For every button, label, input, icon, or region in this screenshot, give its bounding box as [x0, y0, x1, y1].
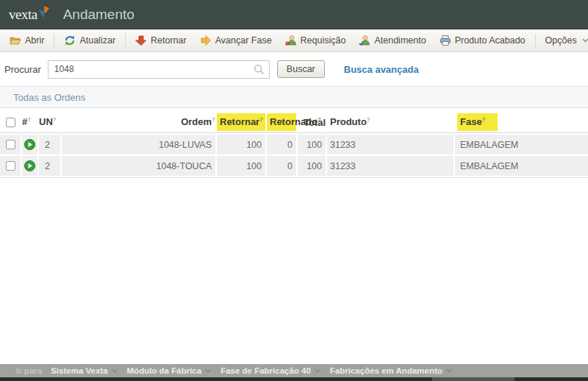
- play-icon[interactable]: [24, 160, 35, 171]
- horizontal-scrollbar[interactable]: [0, 377, 588, 381]
- cell-total: 100: [298, 156, 326, 176]
- avancar-fase-button[interactable]: Avançar Fase: [193, 32, 279, 49]
- app-header: vexta Andamento: [0, 0, 588, 29]
- col-header-un[interactable]: UN?: [39, 116, 60, 127]
- chevron-down-icon[interactable]: [446, 366, 452, 372]
- page-title: Andamento: [63, 7, 135, 23]
- cell-retornar: 100: [217, 156, 265, 176]
- vexta-logo-text: vexta: [9, 7, 37, 24]
- sort-marker: ?: [27, 116, 31, 123]
- requisicao-label: Requisição: [301, 35, 346, 46]
- row-checkbox[interactable]: [6, 140, 15, 149]
- toolbar-divider: [535, 34, 536, 47]
- cell-ordem: 1048-TOUCA: [62, 156, 215, 176]
- table-header-row: #? UN? Ordem? Retornar? Retornado? Total…: [0, 112, 588, 133]
- chevron-down-icon[interactable]: [111, 366, 117, 372]
- produto-acabado-label: Produto Acabado: [455, 35, 526, 46]
- table-row[interactable]: 2 1048-LUVAS 100 0 100 31233 EMBALAGEM: [0, 135, 588, 154]
- advanced-search-link[interactable]: Busca avançada: [344, 64, 419, 75]
- retornar-button[interactable]: Retornar: [129, 32, 193, 49]
- sort-marker: ?: [53, 116, 57, 123]
- user-red-arrow-icon: [285, 35, 297, 46]
- play-icon[interactable]: [24, 139, 35, 150]
- table-bottom-border: [0, 177, 588, 178]
- cell-total: 100: [298, 135, 326, 154]
- chevron-down-icon[interactable]: [205, 366, 211, 372]
- sort-marker: ?: [259, 116, 263, 123]
- chevron-down-icon[interactable]: [315, 366, 320, 372]
- produto-acabado-button[interactable]: Produto Acabado: [433, 32, 532, 49]
- abrir-button[interactable]: Abrir: [3, 32, 51, 49]
- row-action-cell: [22, 156, 37, 176]
- sort-marker: ?: [367, 116, 370, 123]
- retornar-label: Retornar: [151, 35, 187, 46]
- col-header-fase[interactable]: Fase?: [455, 113, 588, 130]
- highlighted-header: Retornar?: [217, 113, 265, 130]
- atendimento-label: Atendimento: [374, 35, 426, 46]
- arrow-down-red-icon: [135, 35, 147, 46]
- section-header[interactable]: Todas as Ordens: [0, 86, 588, 108]
- open-folder-icon: [10, 35, 21, 46]
- search-label: Procurar: [4, 64, 41, 75]
- chevron-down-icon: [582, 38, 588, 43]
- user-blue-check-icon: [359, 35, 370, 46]
- highlighted-header: Retornado?: [267, 113, 296, 130]
- col-header-total[interactable]: Total: [298, 117, 326, 128]
- orders-table: #? UN? Ordem? Retornar? Retornado? Total…: [0, 112, 588, 178]
- col-header-num[interactable]: #?: [22, 116, 37, 127]
- cell-retornado: 0: [267, 156, 296, 176]
- row-action-cell: [22, 135, 37, 154]
- highlighted-header: Fase?: [457, 113, 498, 130]
- search-bar: Procurar Buscar Busca avançada: [0, 52, 588, 86]
- app-window: vexta Andamento Abrir Atua: [0, 0, 588, 381]
- col-header-retornar[interactable]: Retornar?: [217, 113, 265, 130]
- search-input[interactable]: [48, 60, 270, 79]
- select-all-checkbox[interactable]: [6, 118, 15, 127]
- cell-retornar: 100: [217, 135, 265, 154]
- select-all-cell: [0, 118, 21, 127]
- breadcrumb-item-sistema[interactable]: Sistema Vexta: [51, 366, 107, 375]
- cell-fase: EMBALAGEM: [455, 156, 588, 176]
- cell-un: 2: [39, 156, 60, 176]
- scrollbar-thumb[interactable]: [432, 377, 514, 381]
- printer-icon: [440, 35, 451, 46]
- vexta-logo[interactable]: vexta: [9, 6, 50, 24]
- sort-marker: ?: [212, 116, 215, 123]
- search-input-wrap: [48, 60, 270, 79]
- breadcrumb-item-modulo[interactable]: Módulo da Fábrica: [127, 366, 202, 375]
- atualizar-button[interactable]: Atualizar: [57, 32, 122, 49]
- refresh-icon: [64, 35, 76, 46]
- buscar-button[interactable]: Buscar: [277, 60, 325, 78]
- breadcrumb-prefix: Ir para: [16, 366, 42, 375]
- toolbar-divider: [54, 34, 54, 47]
- col-header-retornado[interactable]: Retornado?: [267, 113, 296, 130]
- toolbar-divider: [125, 34, 126, 47]
- breadcrumb: Ir para Sistema Vexta Módulo da Fábrica …: [0, 364, 588, 377]
- atendimento-button[interactable]: Atendimento: [352, 32, 432, 49]
- cell-produto: 31233: [327, 135, 453, 154]
- opcoes-label: Opções: [545, 35, 577, 46]
- opcoes-button[interactable]: Opções: [539, 33, 588, 48]
- col-header-ordem[interactable]: Ordem?: [62, 116, 215, 127]
- cell-ordem: 1048-LUVAS: [62, 135, 215, 154]
- col-header-produto[interactable]: Produto?: [327, 116, 453, 127]
- arrow-right-yellow-icon: [200, 35, 212, 46]
- table-row[interactable]: 2 1048-TOUCA 100 0 100 31233 EMBALAGEM: [0, 156, 588, 176]
- cell-produto: 31233: [327, 156, 453, 176]
- search-magnifier-icon: [254, 64, 265, 75]
- row-checkbox-cell: [0, 156, 21, 176]
- avancar-fase-label: Avançar Fase: [215, 35, 272, 46]
- vexta-logo-icon: [38, 6, 50, 19]
- breadcrumb-item-fase[interactable]: Fase de Fabricação 40: [220, 366, 311, 375]
- breadcrumb-item-fabricacoes[interactable]: Fabricações em Andamento: [330, 366, 442, 375]
- row-checkbox[interactable]: [6, 161, 15, 171]
- sort-marker: ?: [482, 116, 486, 123]
- toolbar: Abrir Atualizar Retornar Avançar Fase: [0, 29, 588, 52]
- section-title: Todas as Ordens: [13, 92, 85, 103]
- atualizar-label: Atualizar: [79, 35, 115, 46]
- row-checkbox-cell: [0, 135, 21, 154]
- cell-un: 2: [39, 135, 60, 154]
- requisicao-button[interactable]: Requisição: [279, 32, 353, 49]
- cell-fase: EMBALAGEM: [455, 135, 588, 154]
- cell-retornado: 0: [267, 135, 296, 154]
